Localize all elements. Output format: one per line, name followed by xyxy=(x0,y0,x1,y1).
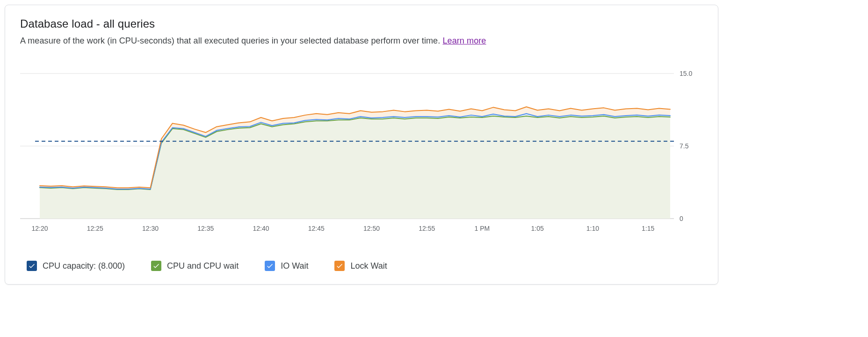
checkmark-icon xyxy=(266,262,274,270)
checkbox-icon xyxy=(151,261,161,271)
svg-text:0: 0 xyxy=(680,215,683,222)
svg-text:1:05: 1:05 xyxy=(531,225,544,232)
legend-label: IO Wait xyxy=(281,261,308,271)
legend-label: Lock Wait xyxy=(350,261,387,271)
svg-text:12:55: 12:55 xyxy=(419,225,435,232)
checkbox-icon xyxy=(265,261,275,271)
checkmark-icon xyxy=(336,262,343,270)
legend-cpu-capacity[interactable]: CPU capacity: (8.000) xyxy=(27,261,125,271)
learn-more-link[interactable]: Learn more xyxy=(442,36,486,45)
legend-lock-wait[interactable]: Lock Wait xyxy=(334,261,387,271)
svg-text:12:40: 12:40 xyxy=(253,225,269,232)
card-subtitle: A measure of the work (in CPU-seconds) t… xyxy=(20,36,703,50)
legend-io-wait[interactable]: IO Wait xyxy=(265,261,308,271)
card-title: Database load - all queries xyxy=(20,5,703,36)
checkbox-icon xyxy=(334,261,345,271)
svg-text:12:45: 12:45 xyxy=(308,225,325,232)
checkmark-icon xyxy=(152,262,160,270)
legend-label: CPU capacity: (8.000) xyxy=(43,261,125,271)
svg-text:7.5: 7.5 xyxy=(680,142,689,150)
svg-text:12:25: 12:25 xyxy=(87,225,103,232)
checkbox-icon xyxy=(27,261,37,271)
svg-text:1:15: 1:15 xyxy=(642,225,654,232)
checkmark-icon xyxy=(28,262,36,270)
subtitle-text: A measure of the work (in CPU-seconds) t… xyxy=(20,36,442,45)
chart-area: 07.515.012:2012:2512:3012:3512:4012:4512… xyxy=(20,71,703,235)
svg-text:12:35: 12:35 xyxy=(197,225,214,232)
svg-text:12:50: 12:50 xyxy=(363,225,380,232)
database-load-card: Database load - all queries A measure of… xyxy=(5,5,718,285)
svg-text:12:30: 12:30 xyxy=(142,225,159,232)
legend-label: CPU and CPU wait xyxy=(167,261,239,271)
svg-text:12:20: 12:20 xyxy=(31,225,48,232)
svg-text:1 PM: 1 PM xyxy=(475,225,490,232)
legend-cpu-wait[interactable]: CPU and CPU wait xyxy=(151,261,239,271)
svg-text:15.0: 15.0 xyxy=(680,71,692,77)
database-load-chart: 07.515.012:2012:2512:3012:3512:4012:4512… xyxy=(20,71,703,235)
legend: CPU capacity: (8.000) CPU and CPU wait I… xyxy=(27,261,387,271)
svg-text:1:10: 1:10 xyxy=(586,225,599,232)
